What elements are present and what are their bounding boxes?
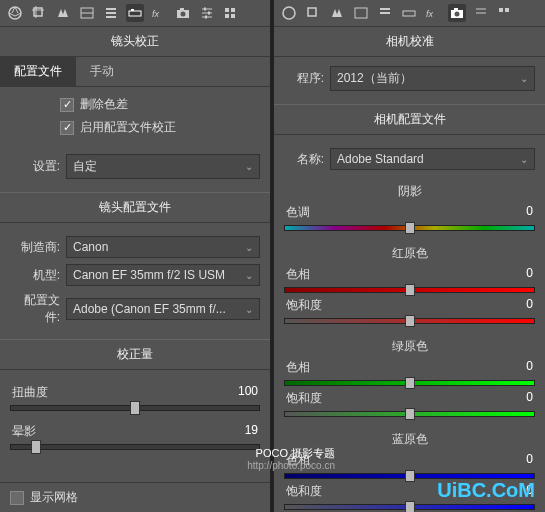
detail-icon[interactable]	[78, 4, 96, 22]
blue-sat-value[interactable]: 0	[526, 483, 533, 500]
shadows-title: 阴影	[274, 179, 545, 204]
slider-thumb[interactable]	[405, 315, 415, 327]
chevron-down-icon: ⌄	[520, 154, 528, 165]
maker-dropdown[interactable]: Canon ⌄	[66, 236, 260, 258]
blue-sat-slider[interactable]	[284, 504, 535, 510]
svg-rect-1	[34, 8, 42, 16]
aperture-icon[interactable]	[6, 4, 24, 22]
svg-rect-24	[231, 14, 235, 18]
blue-hue-value[interactable]: 0	[526, 452, 533, 469]
panel-title: 镜头校正	[0, 27, 270, 57]
fx-icon[interactable]: fx	[150, 4, 168, 22]
chevron-down-icon: ⌄	[245, 161, 253, 172]
profile-value: Adobe (Canon EF 35mm f/...	[73, 302, 226, 316]
shadow-tint-slider[interactable]	[284, 225, 535, 231]
enable-profile-label: 启用配置文件校正	[80, 119, 176, 136]
presets-icon[interactable]	[222, 4, 240, 22]
blue-primary-title: 蓝原色	[274, 427, 545, 452]
show-grid-checkbox[interactable]	[10, 491, 24, 505]
tab-profile[interactable]: 配置文件	[0, 57, 76, 86]
aperture-icon[interactable]	[280, 4, 298, 22]
shadow-tint-value[interactable]: 0	[526, 204, 533, 221]
maker-label: 制造商:	[10, 239, 60, 256]
bars-icon[interactable]	[376, 4, 394, 22]
tab-manual[interactable]: 手动	[76, 57, 128, 86]
sliders-icon[interactable]	[472, 4, 490, 22]
panel-title: 相机校准	[274, 27, 545, 57]
slider-thumb[interactable]	[405, 377, 415, 389]
svg-rect-26	[308, 8, 316, 16]
svg-rect-10	[131, 9, 134, 11]
green-sat-slider[interactable]	[284, 411, 535, 417]
vignette-value[interactable]: 19	[245, 423, 258, 440]
svg-rect-14	[180, 8, 184, 10]
green-hue-value[interactable]: 0	[526, 359, 533, 376]
vignette-slider[interactable]	[10, 444, 260, 450]
slider-thumb[interactable]	[405, 284, 415, 296]
red-hue-label: 色相	[286, 266, 310, 283]
distortion-slider[interactable]	[10, 405, 260, 411]
maker-value: Canon	[73, 240, 108, 254]
svg-rect-37	[499, 8, 503, 12]
svg-point-13	[181, 12, 186, 17]
lens-icon[interactable]	[126, 4, 144, 22]
svg-rect-9	[129, 11, 141, 16]
slider-thumb[interactable]	[405, 408, 415, 420]
triangles-icon[interactable]	[328, 4, 346, 22]
distortion-label: 扭曲度	[12, 384, 48, 401]
camera-icon[interactable]	[448, 4, 466, 22]
slider-thumb[interactable]	[405, 470, 415, 482]
chevron-down-icon: ⌄	[520, 73, 528, 84]
profile-dropdown[interactable]: Adobe (Canon EF 35mm f/... ⌄	[66, 298, 260, 320]
sliders-icon[interactable]	[198, 4, 216, 22]
green-primary-title: 绿原色	[274, 334, 545, 359]
svg-rect-34	[454, 8, 458, 10]
detail-icon[interactable]	[352, 4, 370, 22]
red-sat-value[interactable]: 0	[526, 297, 533, 314]
presets-icon[interactable]	[496, 4, 514, 22]
lens-profile-section: 镜头配置文件	[0, 192, 270, 223]
process-dropdown[interactable]: 2012（当前） ⌄	[330, 66, 535, 91]
distortion-value[interactable]: 100	[238, 384, 258, 401]
red-hue-value[interactable]: 0	[526, 266, 533, 283]
svg-point-0	[9, 7, 21, 19]
crop-icon[interactable]	[30, 4, 48, 22]
remove-ca-checkbox[interactable]	[60, 98, 74, 112]
camera-profile-section: 相机配置文件	[274, 104, 545, 135]
triangles-icon[interactable]	[54, 4, 72, 22]
slider-thumb[interactable]	[31, 440, 41, 454]
process-label: 程序:	[284, 70, 324, 87]
left-icon-bar: fx	[0, 0, 270, 27]
svg-rect-27	[355, 8, 367, 18]
red-sat-slider[interactable]	[284, 318, 535, 324]
lens-icon[interactable]	[400, 4, 418, 22]
tab-row: 配置文件 手动	[0, 57, 270, 87]
svg-text:fx: fx	[152, 9, 160, 19]
svg-point-33	[455, 12, 460, 17]
fx-icon[interactable]: fx	[424, 4, 442, 22]
model-dropdown[interactable]: Canon EF 35mm f/2 IS USM ⌄	[66, 264, 260, 286]
enable-profile-checkbox[interactable]	[60, 121, 74, 135]
chevron-down-icon: ⌄	[245, 270, 253, 281]
model-label: 机型:	[10, 267, 60, 284]
svg-rect-20	[205, 16, 207, 19]
bars-icon[interactable]	[102, 4, 120, 22]
blue-hue-slider[interactable]	[284, 473, 535, 479]
remove-ca-label: 删除色差	[80, 96, 128, 113]
green-sat-value[interactable]: 0	[526, 390, 533, 407]
svg-point-25	[283, 7, 295, 19]
slider-thumb[interactable]	[130, 401, 140, 415]
green-hue-slider[interactable]	[284, 380, 535, 386]
slider-thumb[interactable]	[405, 222, 415, 234]
setup-dropdown[interactable]: 自定 ⌄	[66, 154, 260, 179]
camera-icon[interactable]	[174, 4, 192, 22]
crop-icon[interactable]	[304, 4, 322, 22]
green-hue-label: 色相	[286, 359, 310, 376]
svg-rect-18	[208, 12, 210, 15]
red-hue-slider[interactable]	[284, 287, 535, 293]
slider-thumb[interactable]	[405, 501, 415, 512]
svg-rect-22	[231, 8, 235, 12]
correction-section: 校正量	[0, 339, 270, 370]
name-dropdown[interactable]: Adobe Standard ⌄	[330, 148, 535, 170]
shadow-tint-label: 色调	[286, 204, 310, 221]
